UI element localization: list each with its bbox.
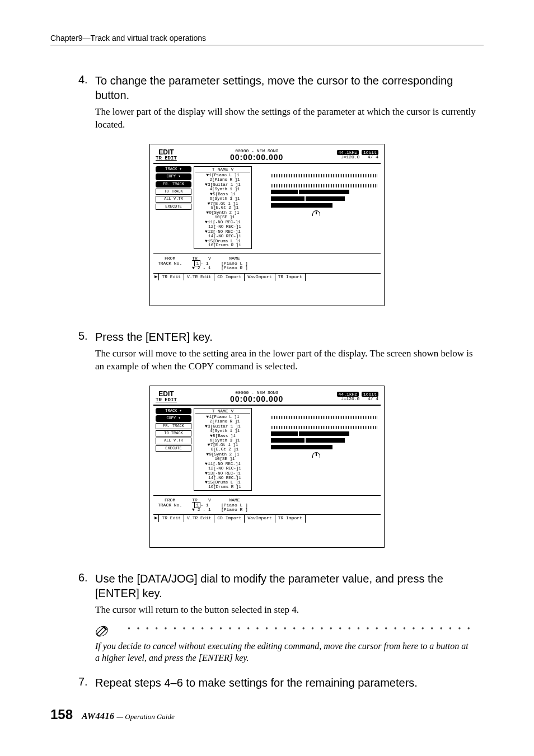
tr-val-2: 2 <box>198 265 200 270</box>
lcd-tempo: ♩=120.0 <box>341 396 360 401</box>
lcd-tempo: ♩=120.0 <box>341 154 360 159</box>
name-val-2: [Piano R ] <box>221 508 248 512</box>
track-header: T NAME V <box>195 167 250 172</box>
track-row: 1[Piano L ]1 <box>209 415 239 419</box>
lcd-time: 00:00:00.000 <box>230 395 283 403</box>
lcd-btn-execute[interactable]: EXECUTE <box>156 445 191 452</box>
track-row: 14[-NO REC-]1 <box>208 234 241 238</box>
note-dots: • • • • • • • • • • • • • • • • • • • • … <box>128 624 472 633</box>
step-explain: The lower part of the display will show … <box>95 106 484 132</box>
lcd-lower-panel: FROM TRACK No. TR V 1- 1 ♥ 2 - 1 NAME [P… <box>153 495 381 514</box>
name-val-2: [Piano R ] <box>221 266 248 270</box>
v-val-2: - 1 <box>203 265 210 270</box>
lcd-btn-all-vtr[interactable]: ALL V.TR <box>156 438 191 444</box>
track-no-label: TRACK No. <box>158 503 182 508</box>
track-row: 16[Drums R ]1 <box>208 485 241 489</box>
lcd-subtitle: TR EDIT <box>156 156 177 161</box>
note-text: If you decide to cancel without executin… <box>95 640 472 664</box>
track-row: 12[-NO REC-]1 <box>208 466 241 471</box>
lcd-lower-panel: FROM TRACK No. TR V 1- 1 ♥ 2 - 1 NAME [P… <box>153 253 381 273</box>
tab-cd-import[interactable]: CD Import <box>214 515 245 522</box>
step-5: 5. Press the [ENTER] key. The cursor wil… <box>78 330 484 373</box>
lcd-time: 00:00:00.000 <box>230 153 283 162</box>
lcd-btn-fr-track[interactable]: FR. TRACK <box>156 181 191 187</box>
lcd-track-list: T NAME V ♥1[Piano L ]1 2[Piano R ]1 ♥3[G… <box>194 408 252 491</box>
track-row: 7[E.Gt 1 ]1 <box>210 443 238 447</box>
lcd-counter: 4/ 4 <box>368 154 378 159</box>
track-row: 13[-NO REC-]1 <box>208 229 241 234</box>
lcd-btn-copy[interactable]: COPY ▾ <box>156 173 191 180</box>
track-row: 9[Synth 2 ]1 <box>209 210 239 215</box>
track-row: 9[Synth 2 ]1 <box>209 452 239 457</box>
track-row: 6[Synth 3 ]1 <box>209 196 240 201</box>
step-explain: The cursor will return to the button sel… <box>95 604 484 617</box>
track-row: 15[Drums L ]1 <box>208 480 241 485</box>
track-row: 16[Drums R ]1 <box>208 243 241 247</box>
track-row: 1[Piano L ]1 <box>209 173 239 177</box>
tab-vtr-edit[interactable]: V.TR Edit <box>184 274 214 281</box>
lcd-screenshot: EDIT TR EDIT 00000 - NEW SONG 00:00:00.0… <box>149 386 385 548</box>
track-row: 11[-NO REC-]1 <box>208 220 241 224</box>
tab-tr-edit[interactable]: TR Edit <box>158 273 184 280</box>
tab-wav-import[interactable]: WavImport <box>245 515 275 522</box>
track-row: 4[Synth 1 ]1 <box>209 187 240 191</box>
lcd-btn-to-track[interactable]: TO TRACK <box>156 430 191 436</box>
track-row: 2[Piano R ]1 <box>209 419 240 424</box>
screenshot-2: EDIT TR EDIT 00000 - NEW SONG 00:00:00.0… <box>50 386 484 550</box>
tab-vtr-edit[interactable]: V.TR Edit <box>184 515 214 522</box>
step-explain: The cursor will move to the setting area… <box>95 348 484 373</box>
track-row: 5[Bass ]1 <box>213 434 236 438</box>
track-row: 4[Synth 1 ]1 <box>209 429 240 433</box>
svg-point-0 <box>95 624 109 638</box>
tab-tr-edit[interactable]: TR Edit <box>158 514 184 522</box>
track-row: 15[Drums L ]1 <box>208 239 241 243</box>
track-row: 5[Bass ]1 <box>213 192 236 196</box>
lcd-screenshot: EDIT TR EDIT 00000 - NEW SONG 00:00:00.0… <box>149 144 385 306</box>
track-row: 3[Guitar 1 ]1 <box>208 182 241 187</box>
lcd-meters <box>254 408 378 491</box>
header-divider <box>50 45 484 45</box>
track-row: 2[Piano R ]1 <box>209 177 240 182</box>
lcd-meters <box>254 166 378 249</box>
tr-val-2: 2 <box>198 507 200 512</box>
track-row: 8[E.Gt 2 ]1 <box>211 205 239 210</box>
brand-label: AW4416 <box>82 711 114 721</box>
lcd-btn-track[interactable]: TRACK ▾ <box>156 166 191 172</box>
track-row: 8[E.Gt 2 ]1 <box>211 447 239 452</box>
jog-icon <box>312 210 320 216</box>
track-row: 10[SE ]1 <box>214 215 235 219</box>
lcd-counter: 4/ 4 <box>368 396 378 401</box>
screenshot-1: EDIT TR EDIT 00000 - NEW SONG 00:00:00.0… <box>50 144 484 308</box>
v-col: V <box>208 497 211 503</box>
track-row: 6[Synth 3 ]1 <box>209 438 240 443</box>
note-block: • • • • • • • • • • • • • • • • • • • • … <box>95 624 484 664</box>
lcd-tabs: ▶ TR Edit V.TR Edit CD Import WavImport … <box>153 273 381 281</box>
guide-label: — Operation Guide <box>116 712 174 721</box>
tab-tr-import[interactable]: TR Import <box>275 515 306 522</box>
tab-cd-import[interactable]: CD Import <box>214 274 245 281</box>
page-footer: 158 AW4416 — Operation Guide <box>50 707 175 722</box>
lcd-btn-all-vtr[interactable]: ALL V.TR <box>156 196 191 202</box>
lcd-btn-copy[interactable]: COPY ▾ <box>156 415 191 421</box>
step-number: 5. <box>78 330 95 373</box>
lcd-btn-to-track[interactable]: TO TRACK <box>156 189 191 195</box>
tab-tr-import[interactable]: TR Import <box>275 274 306 281</box>
track-no-label: TRACK No. <box>158 261 182 266</box>
v-val-2: - 1 <box>203 507 210 512</box>
lcd-btn-fr-track[interactable]: FR. TRACK <box>156 423 191 429</box>
step-number: 4. <box>78 73 95 132</box>
lcd-subtitle: TR EDIT <box>156 398 177 403</box>
page-number: 158 <box>50 707 73 722</box>
track-row: 13[-NO REC-]1 <box>208 471 241 476</box>
lcd-btn-track[interactable]: TRACK ▾ <box>156 408 191 414</box>
tab-wav-import[interactable]: WavImport <box>245 274 275 281</box>
lcd-btn-execute[interactable]: EXECUTE <box>156 204 191 210</box>
step-number: 7. <box>78 675 95 690</box>
step-6: 6. Use the [DATA/JOG] dial to modify the… <box>78 571 484 617</box>
v-col: V <box>208 256 211 261</box>
step-title: Use the [DATA/JOG] dial to modify the pa… <box>95 571 484 600</box>
lcd-tabs: ▶ TR Edit V.TR Edit CD Import WavImport … <box>153 514 381 522</box>
step-4: 4. To change the parameter settings, mov… <box>78 73 484 132</box>
lcd-track-list: T NAME V ♥1[Piano L ]1 2[Piano R ]1 ♥3[G… <box>194 166 252 249</box>
step-title: Press the [ENTER] key. <box>95 330 484 344</box>
